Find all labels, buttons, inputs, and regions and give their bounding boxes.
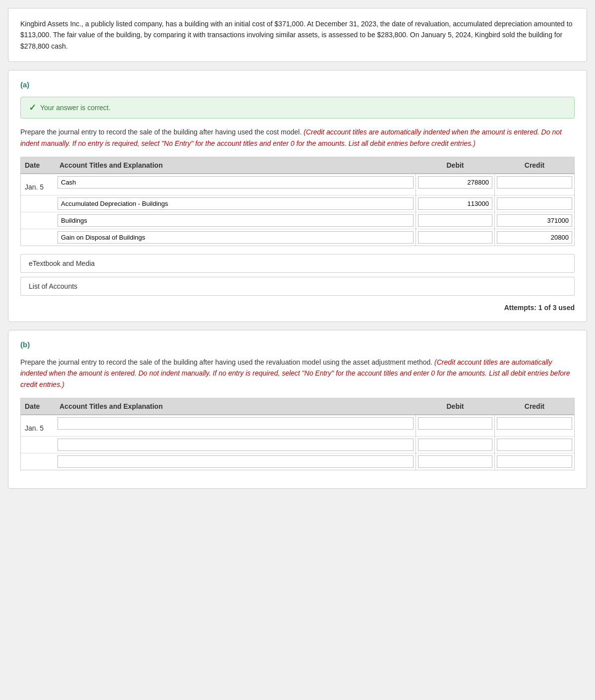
problem-text: Kingbird Assets Inc., a publicly listed … <box>20 18 575 52</box>
instructions-b: Prepare the journal entry to record the … <box>20 357 575 390</box>
date-empty-b-2 <box>21 437 56 453</box>
account-input-a-1[interactable] <box>58 176 414 189</box>
table-header-b: Date Account Titles and Explanation Debi… <box>21 398 574 415</box>
credit-col-a-2[interactable] <box>495 195 574 212</box>
credit-col-b-1[interactable] <box>495 415 574 436</box>
section-b: (b) Prepare the journal entry to record … <box>8 330 587 489</box>
credit-col-b-3[interactable] <box>495 453 574 470</box>
header-credit-a: Credit <box>495 157 574 173</box>
credit-input-a-2[interactable] <box>497 197 572 210</box>
account-input-b-3[interactable] <box>58 455 414 468</box>
account-input-a-2[interactable] <box>58 197 414 210</box>
account-input-b-1[interactable] <box>58 417 414 430</box>
date-cell-b: Jan. 5 <box>21 415 56 436</box>
debit-input-a-1[interactable] <box>418 176 492 189</box>
credit-col-b-2[interactable] <box>495 437 574 453</box>
debit-input-a-2[interactable] <box>418 197 492 210</box>
journal-row-b-3 <box>21 453 574 470</box>
table-header-a: Date Account Titles and Explanation Debi… <box>21 157 574 174</box>
accounts-button[interactable]: List of Accounts <box>20 277 575 296</box>
credit-input-b-3[interactable] <box>497 455 572 468</box>
debit-col-b-1[interactable] <box>416 415 495 436</box>
attempts-text: Attempts: 1 of 3 used <box>20 304 575 312</box>
credit-col-a-1[interactable] <box>495 174 574 195</box>
problem-description-box: Kingbird Assets Inc., a publicly listed … <box>8 8 587 62</box>
header-debit-a: Debit <box>416 157 495 173</box>
credit-col-a-4[interactable] <box>495 229 574 246</box>
account-col-b-1[interactable] <box>56 415 416 436</box>
debit-input-b-2[interactable] <box>418 439 492 451</box>
account-col-a-4[interactable] <box>56 229 416 246</box>
journal-row-a-3 <box>21 212 574 229</box>
section-b-label: (b) <box>20 340 575 349</box>
account-col-b-2[interactable] <box>56 437 416 453</box>
account-col-a-3[interactable] <box>56 212 416 229</box>
credit-input-b-1[interactable] <box>497 417 572 430</box>
debit-col-a-2[interactable] <box>416 195 495 212</box>
account-input-a-4[interactable] <box>58 231 414 244</box>
credit-input-a-1[interactable] <box>497 176 572 189</box>
correct-banner: ✓ Your answer is correct. <box>20 97 575 119</box>
journal-row-a-1: Jan. 5 <box>21 174 574 195</box>
date-empty-b-3 <box>21 453 56 470</box>
journal-table-b: Date Account Titles and Explanation Debi… <box>20 398 575 470</box>
journal-row-b-2 <box>21 437 574 453</box>
debit-col-a-1[interactable] <box>416 174 495 195</box>
debit-col-b-3[interactable] <box>416 453 495 470</box>
date-empty-a-2 <box>21 195 56 212</box>
date-cell-a: Jan. 5 <box>21 174 56 195</box>
journal-row-a-2 <box>21 195 574 212</box>
correct-message: Your answer is correct. <box>40 104 111 112</box>
debit-input-b-1[interactable] <box>418 417 492 430</box>
section-a: (a) ✓ Your answer is correct. Prepare th… <box>8 70 587 322</box>
account-input-b-2[interactable] <box>58 439 414 451</box>
etextbook-button[interactable]: eTextbook and Media <box>20 254 575 273</box>
debit-col-b-2[interactable] <box>416 437 495 453</box>
debit-col-a-4[interactable] <box>416 229 495 246</box>
journal-row-a-4 <box>21 229 574 246</box>
debit-input-a-3[interactable] <box>418 214 492 227</box>
credit-input-a-4[interactable] <box>497 231 572 244</box>
credit-col-a-3[interactable] <box>495 212 574 229</box>
header-credit-b: Credit <box>495 398 574 414</box>
debit-input-a-4[interactable] <box>418 231 492 244</box>
instructions-a: Prepare the journal entry to record the … <box>20 127 575 149</box>
debit-col-a-3[interactable] <box>416 212 495 229</box>
journal-row-b-1: Jan. 5 <box>21 415 574 437</box>
header-date-b: Date <box>21 398 56 414</box>
account-col-a-2[interactable] <box>56 195 416 212</box>
date-empty-a-3 <box>21 212 56 229</box>
section-a-label: (a) <box>20 80 575 89</box>
credit-input-b-2[interactable] <box>497 439 572 451</box>
credit-input-a-3[interactable] <box>497 214 572 227</box>
account-col-a-1[interactable] <box>56 174 416 195</box>
account-col-b-3[interactable] <box>56 453 416 470</box>
date-empty-a-4 <box>21 229 56 246</box>
header-account-a: Account Titles and Explanation <box>56 157 416 173</box>
header-account-b: Account Titles and Explanation <box>56 398 416 414</box>
check-icon: ✓ <box>29 102 36 113</box>
header-debit-b: Debit <box>416 398 495 414</box>
debit-input-b-3[interactable] <box>418 455 492 468</box>
account-input-a-3[interactable] <box>58 214 414 227</box>
journal-table-a: Date Account Titles and Explanation Debi… <box>20 157 575 246</box>
header-date-a: Date <box>21 157 56 173</box>
